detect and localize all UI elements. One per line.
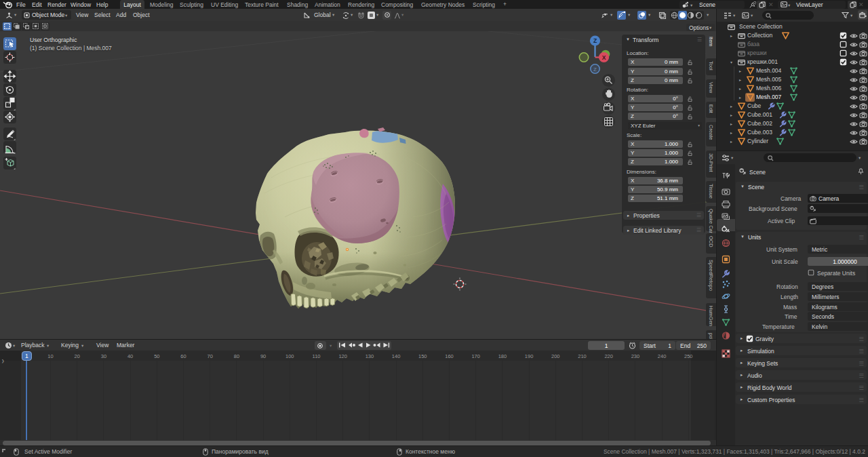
svg-text:Z: Z (593, 37, 597, 44)
svg-text:Z: Z (593, 66, 597, 73)
svg-text:X: X (602, 54, 606, 61)
